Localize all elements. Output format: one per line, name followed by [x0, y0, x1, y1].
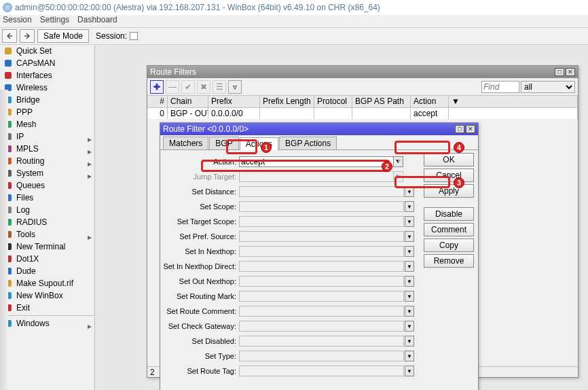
sidebar: Quick SetCAPsMANInterfacesWirelessBridge…	[0, 45, 95, 390]
highlight-4	[394, 141, 450, 154]
col-proto[interactable]: Protocol	[314, 96, 352, 107]
undo-button[interactable]	[2, 29, 17, 43]
remove-button: —	[166, 80, 179, 94]
sidebar-item-new-terminal[interactable]: New Terminal	[0, 241, 94, 253]
table-header: # Chain Prefix Prefix Length Protocol BG…	[147, 96, 578, 108]
sidebar-item-dude[interactable]: Dude	[0, 265, 94, 277]
col-rest[interactable]: ▼	[449, 96, 578, 107]
sidebar-item-label: Interfaces	[16, 71, 52, 80]
sidebar-item-windows[interactable]: Windows▸	[0, 315, 94, 329]
col-num[interactable]: #	[147, 96, 168, 107]
sidebar-item-label: CAPsMAN	[16, 58, 55, 68]
dialog-title: Route Filter <0.0.0.0/0>	[163, 124, 249, 134]
caps-icon	[3, 58, 14, 69]
route-filters-toolbar: ✚ — ✔ ✖ ☰ ▿ all	[147, 78, 578, 96]
badge-2: 2	[382, 161, 392, 172]
col-plen[interactable]: Prefix Length	[260, 96, 314, 107]
filter-icon[interactable]: ▿	[228, 80, 242, 94]
highlight-1	[226, 139, 257, 154]
badge-4: 4	[454, 142, 464, 153]
sidebar-item-label: IP	[16, 132, 24, 141]
sidebar-item-label: Dot1X	[16, 254, 39, 264]
sidebar-item-wireless[interactable]: Wireless	[0, 82, 94, 94]
sidebar-item-mesh[interactable]: Mesh	[0, 118, 94, 130]
sidebar-item-log[interactable]: Log	[0, 204, 94, 216]
comment-icon: ☰	[213, 80, 226, 94]
sidebar-item-label: Make Supout.rif	[16, 279, 73, 288]
col-prefix[interactable]: Prefix	[208, 96, 260, 107]
maximize-icon[interactable]: □	[555, 68, 564, 76]
maximize-icon[interactable]: □	[455, 125, 464, 133]
sidebar-item-label: Wireless	[16, 83, 48, 92]
sidebar-item-make-supout-rif[interactable]: Make Supout.rif	[0, 277, 94, 289]
workspace: Route Filters □ ✕ ✚ — ✔ ✖ ☰ ▿ all #	[95, 45, 588, 390]
sidebar-item-label: Files	[16, 193, 33, 202]
menu-session[interactable]: Session	[3, 15, 32, 27]
chevron-right-icon: ▸	[88, 171, 92, 175]
winbox-logo-icon	[3, 3, 12, 12]
sidebar-item-radius[interactable]: RADIUS	[0, 216, 94, 228]
table-row[interactable]: 0 BGP - OUT 0.0.0.0/0 accept	[147, 108, 578, 119]
sidebar-item-queues[interactable]: Queues	[0, 179, 94, 192]
close-icon[interactable]: ✕	[566, 68, 575, 76]
chevron-right-icon: ▸	[88, 321, 92, 325]
sidebar-item-label: Queues	[16, 181, 45, 190]
sidebar-item-label: Exit	[16, 303, 30, 313]
sidebar-item-files[interactable]: Files	[0, 192, 94, 204]
sidebar-item-quick-set[interactable]: Quick Set	[0, 45, 94, 57]
main-area: Quick SetCAPsMANInterfacesWirelessBridge…	[0, 45, 588, 390]
svg-rect-0	[5, 48, 12, 54]
sidebar-item-label: MPLS	[16, 144, 39, 154]
chevron-right-icon: ▸	[88, 159, 92, 163]
titlebar: admin@50:00:00:02:00:00 (Alestra) via 19…	[0, 0, 588, 15]
menu-dashboard[interactable]: Dashboard	[77, 15, 117, 27]
sidebar-item-new-winbox[interactable]: New WinBox	[0, 289, 94, 302]
badge-3: 3	[454, 177, 464, 188]
route-filters-titlebar[interactable]: Route Filters □ ✕	[147, 66, 578, 78]
svg-rect-2	[5, 72, 12, 79]
route-filter-dialog: Route Filter <0.0.0.0/0> □ ✕ Matchers BG…	[160, 122, 479, 390]
highlight-3	[394, 176, 450, 188]
sidebar-item-interfaces[interactable]: Interfaces	[0, 69, 94, 82]
safe-mode-button[interactable]: Safe Mode	[37, 29, 89, 43]
chevron-right-icon: ▸	[88, 232, 92, 236]
session-indicator: Session:	[96, 31, 138, 41]
sidebar-item-dot1x[interactable]: Dot1X	[0, 253, 94, 265]
sidebar-item-ppp[interactable]: PPP	[0, 106, 94, 118]
chevron-right-icon: ▸	[88, 135, 92, 139]
col-bgp[interactable]: BGP AS Path	[352, 96, 411, 107]
filter-select[interactable]: all	[521, 81, 575, 93]
sidebar-item-label: Windows	[16, 319, 50, 328]
wand-icon	[3, 46, 14, 56]
sidebar-item-label: Tools	[16, 230, 35, 239]
add-button[interactable]: ✚	[150, 80, 164, 94]
sidebar-item-exit[interactable]: Exit	[0, 302, 94, 314]
menu-settings[interactable]: Settings	[40, 15, 69, 27]
sidebar-item-label: Log	[16, 205, 30, 215]
sidebar-item-label: New WinBox	[16, 291, 63, 300]
find-input[interactable]	[481, 81, 519, 93]
redo-button[interactable]	[20, 29, 35, 43]
col-chain[interactable]: Chain	[168, 96, 208, 107]
sidebar-item-bridge[interactable]: Bridge	[0, 94, 94, 106]
sidebar-item-ip[interactable]: IP▸	[0, 130, 94, 143]
col-action[interactable]: Action	[411, 96, 449, 107]
sidebar-item-capsman[interactable]: CAPsMAN	[0, 57, 94, 69]
chevron-right-icon: ▸	[88, 147, 92, 151]
route-filters-title: Route Filters	[150, 67, 196, 77]
collapse-handle[interactable]	[0, 90, 8, 390]
sidebar-item-label: RADIUS	[16, 217, 47, 227]
sidebar-item-label: Dude	[16, 266, 36, 276]
close-icon[interactable]: ✕	[466, 125, 475, 133]
sidebar-item-label: System	[16, 169, 43, 178]
sidebar-item-system[interactable]: System▸	[0, 167, 94, 179]
menubar: Session Settings Dashboard	[0, 15, 588, 27]
sidebar-item-label: New Terminal	[16, 242, 65, 251]
sidebar-item-tools[interactable]: Tools▸	[0, 228, 94, 241]
sidebar-item-routing[interactable]: Routing▸	[0, 155, 94, 167]
sidebar-item-mpls[interactable]: MPLS▸	[0, 143, 94, 155]
if-icon	[3, 70, 14, 81]
dialog-titlebar[interactable]: Route Filter <0.0.0.0/0> □ ✕	[160, 123, 478, 135]
sidebar-item-label: Bridge	[16, 95, 40, 105]
session-checkbox[interactable]	[130, 32, 138, 40]
